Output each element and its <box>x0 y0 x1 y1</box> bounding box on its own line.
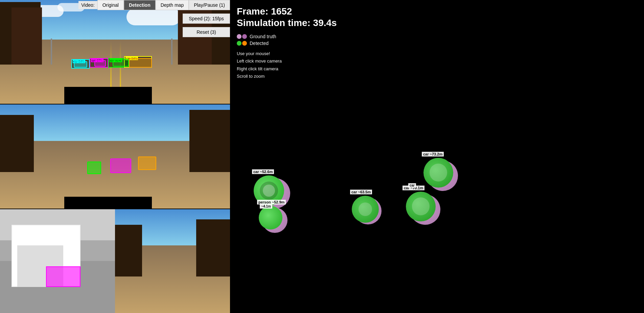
gt-dot-pair <box>237 34 247 39</box>
tab-detection[interactable]: Detection <box>124 0 156 10</box>
right-panel: Frame: 1652 Simulation time: 39.4s Groun… <box>230 0 644 313</box>
video-panel-3 <box>0 209 230 313</box>
gt-dot-2 <box>242 34 247 39</box>
play-pause-button[interactable]: Play/Pause (1) <box>189 0 230 10</box>
det-circle-person1 <box>259 206 282 230</box>
gt-dot-1 <box>237 34 242 39</box>
label-person1: person ~52.9m <box>257 200 286 204</box>
legend-ground-truth: Ground truth <box>237 34 637 39</box>
det-circle-car4 <box>423 158 453 188</box>
instruction-left-click: Left click move camera <box>237 57 637 65</box>
det-dot-pair <box>237 41 247 46</box>
info-header: Frame: 1652 Simulation time: 39.4s <box>230 0 644 31</box>
toolbar-row3: Reset (3) <box>183 27 230 37</box>
gt-label: Ground truth <box>250 34 276 39</box>
left-panel: Video: Original Detection Depth map Play… <box>0 0 230 313</box>
det-circle-car3 <box>406 192 436 221</box>
legend: Ground truth Detected <box>230 31 644 49</box>
instruction-scroll: Scroll to zoom <box>237 73 637 80</box>
label-car4: car ~73.2m <box>422 152 444 156</box>
label-car2: car ~63.5m <box>350 190 372 194</box>
tab-original[interactable]: Original <box>97 0 124 10</box>
toolbar-row1: Video: Original Detection Depth map Play… <box>78 0 230 10</box>
speed-button[interactable]: Speed (2): 15fps <box>183 14 230 24</box>
video-label: Video: <box>78 1 97 9</box>
det-dot-1 <box>237 41 242 46</box>
frame-counter: Frame: 1652 <box>237 5 637 18</box>
label-car1: car ~52.6m <box>252 169 274 174</box>
label-car4b: car <box>408 183 416 188</box>
legend-detected: Detected <box>237 41 637 46</box>
det-circle-car2 <box>352 196 379 223</box>
det-label: Detected <box>250 41 269 46</box>
instruction-mouse: Use your mouse! <box>237 50 637 57</box>
det-dot-2 <box>242 41 247 46</box>
label-person1-dist: ~4.1m <box>260 204 272 209</box>
instructions: Use your mouse! Left click move camera R… <box>230 49 644 84</box>
simulation-time: Simulation time: 39.4s <box>237 18 637 28</box>
video-panel-2 <box>0 104 230 208</box>
tab-depthmap[interactable]: Depth map <box>156 0 189 10</box>
toolbar-row2: Speed (2): 15fps <box>183 14 230 24</box>
reset-button[interactable]: Reset (3) <box>183 27 230 37</box>
instruction-right-click: Right click tilt camera <box>237 65 637 73</box>
